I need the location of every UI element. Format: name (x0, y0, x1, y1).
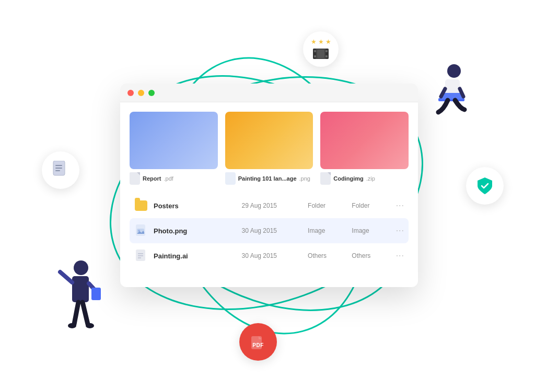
row-type-0: Folder (308, 202, 352, 209)
row-type-2: Others (308, 252, 352, 259)
browser-window: Report .pdf Painting 101 lan...age .png … (120, 84, 418, 287)
person-right (428, 63, 475, 130)
star-1: ★ (311, 38, 317, 45)
pdf-label: PDF (252, 342, 264, 348)
svg-rect-15 (72, 276, 89, 302)
row-name-0: Posters (154, 202, 242, 210)
row-more-1[interactable]: ··· (396, 226, 404, 235)
file-icon-1 (225, 172, 236, 185)
dot-green[interactable] (148, 90, 155, 96)
row-date-1: 30 Aug 2015 (242, 227, 308, 234)
file-list: Posters 29 Aug 2015 Folder Folder ··· Ph… (130, 193, 409, 268)
shield-icon (475, 176, 494, 195)
svg-point-14 (74, 260, 88, 275)
svg-line-16 (60, 272, 72, 282)
film-icon (313, 47, 329, 60)
thumbnail-label-2: Codingimg .zip (320, 172, 409, 185)
svg-rect-18 (91, 288, 101, 300)
row-tag-0: Folder (352, 202, 396, 209)
float-circle-doc (42, 151, 79, 189)
thumbnail-item-0[interactable]: Report .pdf (130, 112, 218, 185)
row-more-0[interactable]: ··· (396, 201, 404, 210)
row-icon-0 (134, 198, 148, 213)
browser-titlebar (120, 84, 418, 102)
row-type-1: Image (308, 227, 352, 234)
svg-point-23 (447, 64, 461, 78)
row-name-2: Painting.ai (154, 252, 242, 260)
dot-red[interactable] (127, 90, 134, 96)
image-file-icon (136, 224, 146, 237)
row-date-0: 29 Aug 2015 (242, 202, 308, 209)
thumb-fileext-1: .png (299, 175, 310, 182)
svg-rect-8 (314, 50, 316, 52)
thumb-filename-0: Report (143, 175, 161, 182)
svg-point-21 (68, 323, 76, 328)
svg-rect-11 (325, 55, 328, 57)
float-circle-film: ★ ★ ★ (303, 31, 339, 67)
row-icon-1 (134, 223, 148, 238)
row-tag-1: Image (352, 227, 396, 234)
svg-line-20 (83, 302, 88, 324)
thumbnail-preview-1 (225, 112, 313, 169)
thumb-fileext-2: .zip (366, 175, 375, 182)
svg-rect-32 (136, 250, 145, 261)
file-icon-2 (320, 172, 331, 185)
star-3: ★ (325, 38, 331, 45)
row-more-2[interactable]: ··· (396, 251, 404, 260)
file-row-1[interactable]: Photo.png 30 Aug 2015 Image Image ··· (130, 218, 409, 243)
thumb-filename-1: Painting 101 lan...age (238, 175, 297, 182)
browser-content: Report .pdf Painting 101 lan...age .png … (120, 102, 418, 287)
doc-file-icon (136, 250, 146, 262)
thumbnail-item-2[interactable]: Codingimg .zip (320, 112, 409, 185)
row-tag-2: Others (352, 252, 396, 259)
thumbnail-preview-0 (130, 112, 218, 169)
thumbnail-label-0: Report .pdf (130, 172, 218, 185)
float-circle-shield (466, 167, 504, 205)
row-icon-2 (134, 248, 148, 263)
svg-point-22 (86, 323, 94, 328)
svg-rect-9 (314, 55, 316, 57)
row-date-2: 30 Aug 2015 (242, 252, 308, 259)
svg-rect-10 (325, 50, 328, 52)
svg-rect-12 (317, 50, 324, 58)
thumbnail-item-1[interactable]: Painting 101 lan...age .png (225, 112, 313, 185)
thumb-fileext-0: .pdf (164, 175, 173, 182)
float-circle-pdf: PDF (239, 323, 277, 361)
file-row-2[interactable]: Painting.ai 30 Aug 2015 Others Others ··… (130, 243, 409, 268)
thumbnail-preview-2 (320, 112, 409, 169)
file-row-0[interactable]: Posters 29 Aug 2015 Folder Folder ··· (130, 193, 409, 218)
svg-line-19 (74, 302, 78, 324)
thumbnail-row: Report .pdf Painting 101 lan...age .png … (130, 112, 409, 185)
thumb-filename-2: Codingimg (333, 175, 363, 182)
person-left (52, 256, 104, 340)
row-name-1: Photo.png (154, 227, 242, 235)
star-2: ★ (318, 38, 324, 45)
dot-yellow[interactable] (138, 90, 144, 96)
thumbnail-label-1: Painting 101 lan...age .png (225, 172, 313, 185)
folder-icon-0 (135, 200, 147, 211)
document-icon (52, 161, 69, 180)
file-icon-0 (130, 172, 140, 185)
